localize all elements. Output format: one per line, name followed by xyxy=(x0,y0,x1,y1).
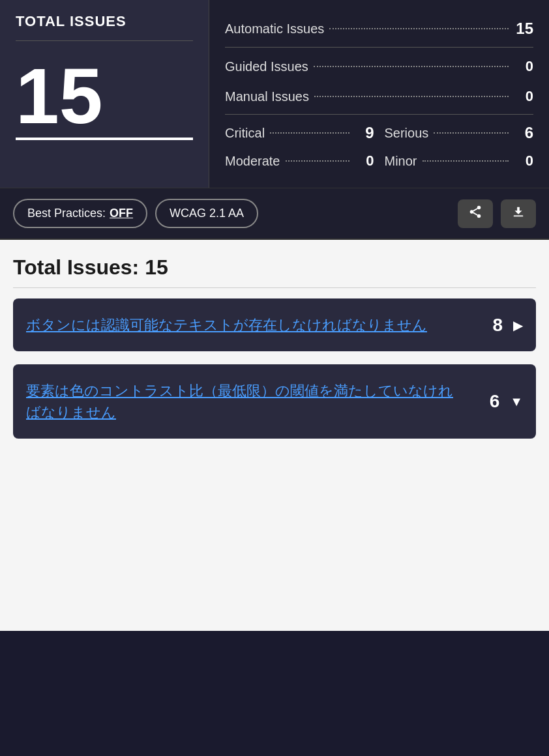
moderate-item: Moderate 0 xyxy=(225,153,374,169)
dotted-separator xyxy=(314,66,509,67)
guided-issues-row: Guided Issues 0 xyxy=(225,51,533,81)
dotted-separator xyxy=(434,132,509,134)
stats-panel: TOTAL ISSUES 15 Automatic Issues 15 Guid… xyxy=(0,0,549,188)
issues-breakdown: Automatic Issues 15 Guided Issues 0 Manu… xyxy=(209,0,549,188)
dotted-separator xyxy=(329,28,509,29)
svg-point-2 xyxy=(477,214,481,218)
best-practices-state: OFF xyxy=(110,207,133,220)
svg-rect-5 xyxy=(514,216,524,217)
svg-line-3 xyxy=(473,212,477,215)
total-issues-label: TOTAL ISSUES xyxy=(16,13,193,41)
best-practices-label: Best Practices: xyxy=(27,207,106,220)
serious-value: 6 xyxy=(514,124,533,142)
svg-point-1 xyxy=(470,210,474,214)
share-button[interactable] xyxy=(458,199,493,228)
minor-value: 0 xyxy=(514,153,533,169)
dotted-separator xyxy=(314,96,509,97)
svg-line-4 xyxy=(473,209,477,211)
issue-card: 要素は色のコントラスト比（最低限）の閾値を満たしていなければなりません6▼ xyxy=(13,364,536,439)
share-icon xyxy=(468,205,482,222)
critical-value: 9 xyxy=(355,124,374,142)
manual-issues-row: Manual Issues 0 xyxy=(225,81,533,115)
manual-issues-value: 0 xyxy=(514,88,533,105)
download-icon xyxy=(511,205,526,222)
issue-count-area: 8▶ xyxy=(471,315,523,336)
issue-link[interactable]: 要素は色のコントラスト比（最低限）の閾値を満たしていなければなりません xyxy=(26,380,460,423)
critical-serious-row: Critical 9 Serious 6 xyxy=(225,119,533,147)
collapse-icon[interactable]: ▼ xyxy=(510,394,523,409)
download-button[interactable] xyxy=(501,199,536,228)
minor-item: Minor 0 xyxy=(385,153,534,169)
dotted-separator xyxy=(423,160,509,162)
guided-issues-label: Guided Issues xyxy=(225,59,308,74)
issue-count: 6 xyxy=(490,391,500,412)
critical-item: Critical 9 xyxy=(225,124,374,142)
moderate-value: 0 xyxy=(355,153,374,169)
automatic-issues-label: Automatic Issues xyxy=(225,22,324,36)
issue-card: ボタンには認識可能なテキストが存在しなければなりません8▶ xyxy=(13,298,536,351)
wcag-button[interactable]: WCAG 2.1 AA xyxy=(155,199,258,228)
serious-item: Serious 6 xyxy=(385,124,534,142)
dotted-separator xyxy=(286,160,349,162)
best-practices-button[interactable]: Best Practices: OFF xyxy=(13,199,147,228)
issue-link[interactable]: ボタンには認識可能なテキストが存在しなければなりません xyxy=(26,314,460,336)
wcag-label: WCAG 2.1 AA xyxy=(170,207,244,220)
section-title: Total Issues: 15 xyxy=(13,255,536,288)
guided-issues-value: 0 xyxy=(514,58,533,75)
svg-point-0 xyxy=(477,206,481,210)
main-content: Total Issues: 15 ボタンには認識可能なテキストが存在しなければな… xyxy=(0,240,549,631)
issue-cards-container: ボタンには認識可能なテキストが存在しなければなりません8▶要素は色のコントラスト… xyxy=(13,298,536,439)
expand-icon[interactable]: ▶ xyxy=(513,317,523,333)
issue-count: 8 xyxy=(492,315,503,336)
minor-label: Minor xyxy=(385,154,417,169)
total-issues-box: TOTAL ISSUES 15 xyxy=(0,0,209,188)
toolbar: Best Practices: OFF WCAG 2.1 AA xyxy=(0,188,549,240)
serious-label: Serious xyxy=(385,126,429,141)
moderate-label: Moderate xyxy=(225,154,280,169)
dotted-separator xyxy=(270,132,349,134)
automatic-issues-value: 15 xyxy=(514,20,533,38)
issue-count-area: 6▼ xyxy=(471,391,523,412)
total-issues-number: 15 xyxy=(16,57,193,140)
automatic-issues-row: Automatic Issues 15 xyxy=(225,13,533,48)
manual-issues-label: Manual Issues xyxy=(225,89,309,104)
critical-label: Critical xyxy=(225,126,265,141)
moderate-minor-row: Moderate 0 Minor 0 xyxy=(225,147,533,175)
